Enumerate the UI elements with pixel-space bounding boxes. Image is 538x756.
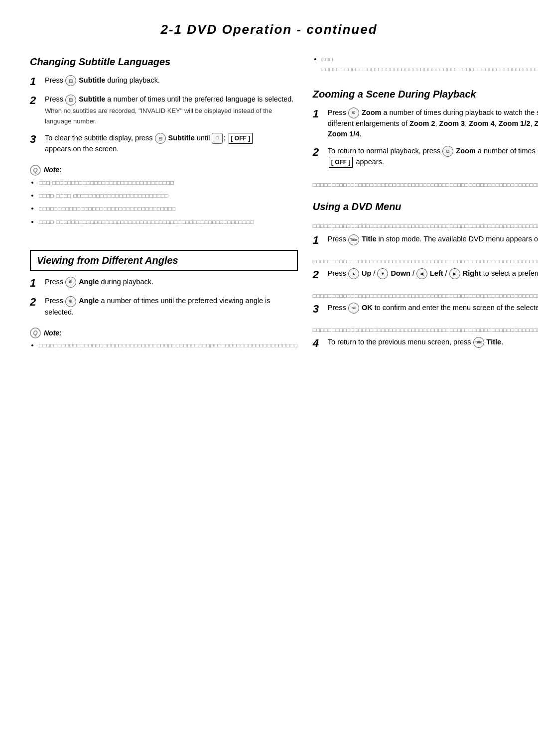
angle-button-icon-2: ⊕ [65, 296, 76, 307]
subtitle-step-3: 3 To clear the subtitle display, press ⊟… [30, 133, 298, 155]
note-icon-subtitle: Q [30, 165, 41, 176]
title-button-icon-1: Title [348, 234, 359, 245]
note-icon-angle: Q [30, 327, 41, 338]
right-column: □□□ □□□□□□□□□□□□□□□□□□□□□□□□□□□□□□□□□□□□… [313, 54, 538, 359]
page-title: 2-1 DVD Operation - continued [30, 20, 508, 39]
up-button-icon: ▲ [348, 268, 359, 279]
viewing-section-box: Viewing from Different Angles [30, 250, 298, 271]
subtitle-step-1: 1 Press ⊟ Subtitle during playback. [30, 75, 298, 88]
jp-block-right-3: □□□□□□□□□□□□□□□□□□□□□□□□□□□□□□□□□□□□□□□□… [313, 255, 538, 267]
dvdmenu-step-2: 2 Press ▲ Up / ▼ Down / ◀ Left / ▶ Right… [313, 268, 538, 281]
angle-note-header: Q Note: [30, 327, 298, 338]
section-zooming-title: Zooming a Scene During Playback [313, 87, 538, 102]
dvdmenu-step-4: 4 To return to the previous menu screen,… [313, 337, 538, 350]
subtitle-button-icon-2: ⊟ [65, 95, 76, 106]
title-button-icon-2: Title [473, 337, 484, 348]
ok-button-icon: ok [348, 303, 359, 314]
zoom-step-2: 2 To return to normal playback, press ⊚ … [313, 146, 538, 168]
note-label-subtitle: Note: [44, 165, 62, 175]
left-button-icon: ◀ [416, 268, 427, 279]
down-button-icon: ▼ [377, 268, 388, 279]
section-changing-subtitle-title: Changing Subtitle Languages [30, 54, 298, 69]
zoom-step-1: 1 Press ⊚ Zoom a number of times during … [313, 108, 538, 140]
svg-text:Q: Q [33, 167, 38, 174]
zoom-button-icon-2: ⊚ [442, 146, 453, 157]
page-header: 2-1 DVD Operation - continued [30, 20, 508, 39]
dvdmenu-step-3: 3 Press ok OK to confirm and enter the m… [313, 303, 538, 316]
note-label-angle: Note: [44, 328, 62, 338]
svg-text:Q: Q [33, 329, 38, 336]
off-badge-subtitle: [ OFF ] [229, 133, 253, 144]
subtitle-note-bullets: □□□ □□□□□□□□□□□□□□□□□□□□□□□□□□□□□□□□ □□□… [30, 178, 298, 227]
angle-note-bullets: □□□□□□□□□□□□□□□□□□□□□□□□□□□□□□□□□□□□□□□□… [30, 340, 298, 350]
off-badge-zoom: [ OFF ] [329, 157, 353, 168]
right-button-icon: ▶ [449, 268, 460, 279]
section-dvdmenu-title: Using a DVD Menu [313, 199, 538, 214]
dvdmenu-step-1: 1 Press Title Title in stop mode. The av… [313, 234, 538, 247]
angle-step-1: 1 Press ⊕ Angle during playback. [30, 277, 298, 290]
subtitle-button-icon-3: ⊟ [155, 133, 166, 144]
subtitle-button-icon-1: ⊟ [65, 75, 76, 86]
angle-note-section: Q Note: □□□□□□□□□□□□□□□□□□□□□□□□□□□□□□□□… [30, 327, 298, 353]
subtitle-step-2: 2 Press ⊟ Subtitle a number of times unt… [30, 94, 298, 127]
viewing-section-title: Viewing from Different Angles [37, 253, 291, 268]
right-top-bullet: □□□ □□□□□□□□□□□□□□□□□□□□□□□□□□□□□□□□□□□□… [313, 54, 538, 78]
jp-block-right-4: □□□□□□□□□□□□□□□□□□□□□□□□□□□□□□□□□□□□□□□□… [313, 290, 538, 301]
subtitle-sq-icon: □ [212, 133, 223, 144]
left-column: Changing Subtitle Languages 1 Press ⊟ Su… [30, 54, 298, 359]
subtitle-note-section: Q Note: □□□ □□□□□□□□□□□□□□□□□□□□□□□□□□□□… [30, 165, 298, 230]
angle-button-icon-1: ⊕ [65, 277, 76, 288]
jp-block-right-1: □□□□□□□□□□□□□□□□□□□□□□□□□□□□□□□□□□□□□□□□… [313, 179, 538, 190]
angle-step-2: 2 Press ⊕ Angle a number of times until … [30, 296, 298, 318]
jp-block-right-2: □□□□□□□□□□□□□□□□□□□□□□□□□□□□□□□□□□□□□□□□… [313, 220, 538, 231]
subtitle-small-note: When no subtitles are recorded, "INVALID… [45, 107, 272, 125]
subtitle-note-header: Q Note: [30, 165, 298, 176]
jp-block-right-5: □□□□□□□□□□□□□□□□□□□□□□□□□□□□□□□□□□□□□□□□… [313, 324, 538, 335]
zoom-button-icon-1: ⊚ [348, 108, 359, 118]
